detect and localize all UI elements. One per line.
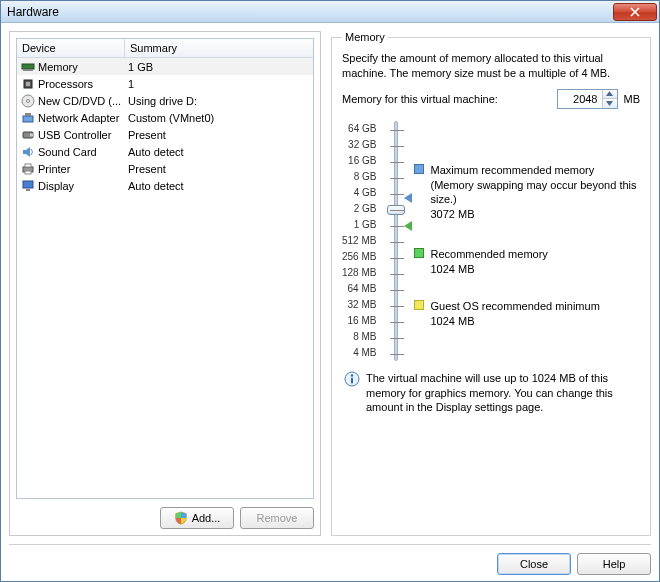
scale-label: 8 MB (353, 329, 376, 345)
table-row[interactable]: Sound CardAuto detect (17, 143, 313, 160)
svg-rect-17 (351, 377, 353, 383)
memory-unit-label: MB (624, 93, 641, 105)
device-summary: Auto detect (125, 180, 311, 192)
device-summary: 1 (125, 78, 311, 90)
svg-rect-12 (25, 171, 31, 174)
guest-min-value: 1024 MB (430, 314, 599, 329)
memory-input-label: Memory for this virtual machine: (342, 93, 551, 105)
dialog-footer: Close Help (9, 544, 651, 575)
svg-rect-1 (23, 69, 33, 71)
scale-label: 512 MB (342, 233, 376, 249)
recommended-value: 1024 MB (430, 262, 547, 277)
memory-description: Specify the amount of memory allocated t… (342, 51, 640, 81)
table-row[interactable]: USB ControllerPresent (17, 126, 313, 143)
device-name: Processors (38, 78, 93, 90)
device-summary: Using drive D: (125, 95, 311, 107)
nic-icon (21, 111, 35, 125)
max-recommended-indicator (404, 193, 412, 203)
table-row[interactable]: DisplayAuto detect (17, 177, 313, 194)
memory-size-spinbox[interactable] (557, 89, 618, 109)
svg-point-16 (351, 374, 353, 376)
scale-label: 2 GB (354, 201, 377, 217)
table-row[interactable]: Memory1 GB (17, 58, 313, 75)
help-button[interactable]: Help (577, 553, 651, 575)
device-summary: 1 GB (125, 61, 311, 73)
remove-hardware-button: Remove (240, 507, 314, 529)
close-window-button[interactable] (613, 3, 657, 21)
svg-rect-7 (25, 113, 31, 116)
max-recommended-note: (Memory swapping may occur beyond this s… (430, 178, 640, 208)
scale-label: 256 MB (342, 249, 376, 265)
scale-label: 64 MB (348, 281, 377, 297)
scale-label: 4 GB (354, 185, 377, 201)
shield-icon (174, 511, 188, 525)
table-row[interactable]: New CD/DVD (...Using drive D: (17, 92, 313, 109)
device-name: Memory (38, 61, 78, 73)
table-row[interactable]: Processors1 (17, 75, 313, 92)
printer-icon (21, 162, 35, 176)
scale-label: 4 MB (353, 345, 376, 361)
svg-rect-3 (26, 82, 30, 86)
svg-rect-6 (23, 116, 33, 122)
memory-legend-column: Maximum recommended memory (Memory swapp… (414, 121, 640, 361)
spin-down-button[interactable] (603, 99, 617, 108)
svg-rect-0 (22, 64, 34, 69)
scale-label: 32 MB (348, 297, 377, 313)
device-summary: Present (125, 163, 311, 175)
scale-label: 16 GB (348, 153, 376, 169)
close-icon (630, 7, 640, 17)
device-summary: Auto detect (125, 146, 311, 158)
spin-up-button[interactable] (603, 90, 617, 99)
recommended-indicator (404, 221, 412, 231)
hardware-table-header: Device Summary (17, 39, 313, 58)
recommended-title: Recommended memory (430, 247, 547, 262)
square-yellow-icon (414, 300, 424, 310)
table-row[interactable]: Network AdapterCustom (VMnet0) (17, 109, 313, 126)
sound-icon (21, 145, 35, 159)
device-name: Sound Card (38, 146, 97, 158)
svg-rect-11 (25, 164, 31, 167)
title-bar: Hardware (1, 1, 659, 23)
display-icon (21, 179, 35, 193)
memory-size-input[interactable] (558, 90, 602, 108)
window-title: Hardware (7, 5, 59, 19)
hardware-list-panel: Device Summary Memory1 GBProcessors1New … (9, 31, 321, 536)
scale-label: 128 MB (342, 265, 376, 281)
guest-min-title: Guest OS recommended minimum (430, 299, 599, 314)
table-row[interactable]: PrinterPresent (17, 160, 313, 177)
memory-settings-group: Memory Specify the amount of memory allo… (331, 31, 651, 536)
scale-label: 32 GB (348, 137, 376, 153)
close-button[interactable]: Close (497, 553, 571, 575)
scale-label: 8 GB (354, 169, 377, 185)
ram-icon (21, 60, 35, 74)
memory-slider[interactable] (386, 121, 406, 361)
memory-scale-labels: 64 GB32 GB16 GB8 GB4 GB2 GB1 GB512 MB256… (342, 121, 378, 361)
scale-label: 16 MB (348, 313, 377, 329)
max-recommended-value: 3072 MB (430, 207, 640, 222)
svg-rect-13 (23, 181, 33, 188)
column-header-device[interactable]: Device (17, 39, 125, 57)
device-summary: Custom (VMnet0) (125, 112, 311, 124)
cd-icon (21, 94, 35, 108)
svg-rect-14 (26, 189, 30, 191)
square-blue-icon (414, 164, 424, 174)
cpu-icon (21, 77, 35, 91)
hardware-table: Device Summary Memory1 GBProcessors1New … (16, 38, 314, 499)
scale-label: 64 GB (348, 121, 376, 137)
memory-legend: Memory (342, 31, 388, 43)
info-icon (344, 371, 360, 387)
device-name: Printer (38, 163, 70, 175)
svg-rect-9 (30, 133, 33, 136)
device-name: USB Controller (38, 129, 111, 141)
scale-label: 1 GB (354, 217, 377, 233)
device-summary: Present (125, 129, 311, 141)
device-name: New CD/DVD (... (38, 95, 121, 107)
device-name: Display (38, 180, 74, 192)
square-green-icon (414, 248, 424, 258)
column-header-summary[interactable]: Summary (125, 42, 313, 54)
device-name: Network Adapter (38, 112, 119, 124)
usb-icon (21, 128, 35, 142)
add-hardware-button[interactable]: Add... (160, 507, 234, 529)
max-recommended-title: Maximum recommended memory (430, 163, 640, 178)
graphics-memory-info: The virtual machine will use up to 1024 … (366, 371, 640, 416)
